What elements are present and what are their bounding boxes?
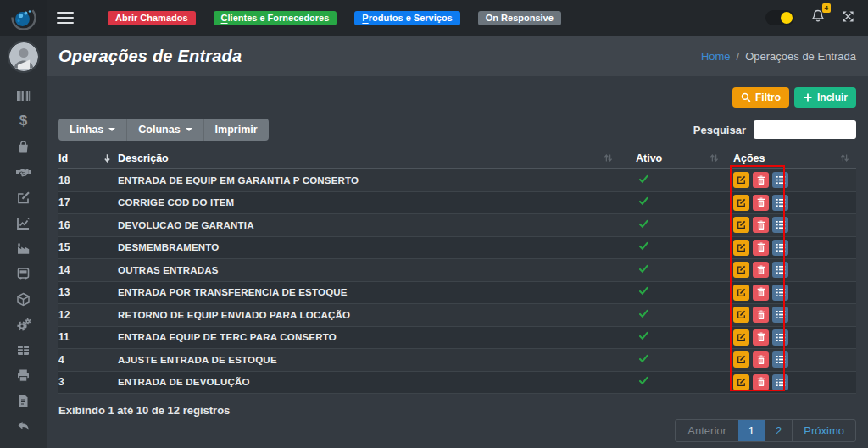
edit-button[interactable] <box>733 240 749 256</box>
chevron-down-icon <box>108 128 115 131</box>
column-header-descricao[interactable]: Descrição <box>118 152 620 164</box>
delete-button[interactable] <box>753 240 769 256</box>
delete-button[interactable] <box>753 262 769 278</box>
list-button[interactable] <box>772 307 788 323</box>
search-input[interactable] <box>754 120 856 139</box>
list-button[interactable] <box>772 262 788 278</box>
pagination-proximo[interactable]: Próximo <box>792 420 855 441</box>
topbar-shortcut-badge[interactable]: Abrir Chamados <box>108 11 196 25</box>
check-icon <box>638 285 649 296</box>
list-button[interactable] <box>772 217 788 233</box>
table-row: 15 DESMEMBRAMENTO <box>58 237 856 260</box>
topbar-shortcut-badge[interactable]: On Responsive <box>478 11 561 25</box>
breadcrumb-current: Operações de Entrada <box>745 50 856 63</box>
edit-button[interactable] <box>733 172 749 188</box>
truck-icon[interactable] <box>0 261 47 286</box>
delete-button[interactable] <box>753 307 769 323</box>
printer-icon[interactable] <box>0 362 47 388</box>
topbar-badges: Abrir ChamadosClientes e FornecedoresPro… <box>108 11 561 25</box>
edit-square-icon[interactable] <box>0 185 47 210</box>
topbar-shortcut-badge[interactable]: Clientes e Fornecedores <box>214 11 337 25</box>
list-button[interactable] <box>772 374 788 390</box>
fullscreen-button[interactable] <box>842 10 854 26</box>
app-logo[interactable] <box>0 0 47 36</box>
user-avatar[interactable] <box>8 41 40 73</box>
table-row: 3 ENTRADA DE DEVOLUÇÃO <box>58 372 856 395</box>
theme-toggle[interactable] <box>765 10 794 25</box>
list-button[interactable] <box>772 172 788 188</box>
handshake-icon[interactable] <box>0 159 47 185</box>
list-button[interactable] <box>772 285 788 301</box>
pagination-anterior[interactable]: Anterior <box>676 420 738 441</box>
cell-acoes <box>726 217 856 233</box>
breadcrumb-home-link[interactable]: Home <box>701 50 731 63</box>
expand-icon <box>842 10 854 23</box>
delete-button[interactable] <box>753 172 769 188</box>
plus-icon <box>803 92 813 102</box>
table-row: 17 CORRIGE COD DO ITEM <box>58 192 856 215</box>
page-actions: Filtro Incluir <box>58 76 856 108</box>
badge-label: Clientes e Fornecedores <box>221 13 330 23</box>
cell-acoes <box>726 307 856 323</box>
delete-button[interactable] <box>753 374 769 390</box>
menu-icon[interactable] <box>57 8 74 27</box>
breadcrumb-separator: / <box>737 50 740 63</box>
edit-button[interactable] <box>733 217 749 233</box>
document-icon[interactable] <box>0 388 47 413</box>
topbar-shortcut-badge[interactable]: Produtos e Serviços <box>354 11 459 25</box>
colunas-button[interactable]: Colunas <box>127 119 203 141</box>
barcode-icon[interactable] <box>0 83 47 108</box>
trash-icon <box>757 332 765 342</box>
edit-button[interactable] <box>733 285 749 301</box>
delete-button[interactable] <box>753 329 769 346</box>
cell-descricao: ENTRADA DE EQUIP EM GARANTIA P CONSERTO <box>118 175 620 185</box>
edit-button[interactable] <box>733 195 749 211</box>
cell-acoes <box>726 351 856 368</box>
filtro-label: Filtro <box>755 91 781 103</box>
imprimir-button[interactable]: Imprimir <box>204 119 269 141</box>
list-icon <box>776 310 786 319</box>
edit-button[interactable] <box>733 307 749 323</box>
cell-acoes <box>726 262 856 278</box>
factory-icon[interactable] <box>0 235 47 261</box>
trash-icon <box>757 175 765 185</box>
list-button[interactable] <box>772 351 788 368</box>
delete-button[interactable] <box>753 285 769 301</box>
pagination-page-1[interactable]: 1 <box>738 420 765 441</box>
search-label: Pesquisar <box>693 124 746 136</box>
dollar-icon[interactable]: $ <box>0 108 47 134</box>
filtro-button[interactable]: Filtro <box>732 87 789 108</box>
box-icon[interactable] <box>0 286 47 312</box>
delete-button[interactable] <box>753 351 769 368</box>
check-icon <box>638 308 649 319</box>
table-icon[interactable] <box>0 337 47 362</box>
delete-button[interactable] <box>753 217 769 233</box>
notifications-button[interactable]: 4 <box>811 9 825 26</box>
avatar-photo <box>9 42 38 71</box>
edit-button[interactable] <box>733 351 749 368</box>
gears-icon[interactable] <box>0 312 47 337</box>
cell-acoes <box>726 329 856 346</box>
pagination-page-2[interactable]: 2 <box>765 420 792 441</box>
breadcrumb: Home / Operações de Entrada <box>701 50 856 63</box>
edit-button[interactable] <box>733 262 749 278</box>
column-header-ativo[interactable]: Ativo <box>620 152 726 164</box>
delete-button[interactable] <box>753 195 769 211</box>
pagination-pages: 12 <box>738 420 792 441</box>
linhas-label: Linhas <box>70 124 103 136</box>
list-button[interactable] <box>772 240 788 256</box>
incluir-button[interactable]: Incluir <box>794 87 856 108</box>
edit-button[interactable] <box>733 374 749 390</box>
column-header-acoes[interactable]: Ações <box>726 152 856 164</box>
undo-icon[interactable] <box>0 413 47 439</box>
column-header-id[interactable]: Id <box>58 152 118 164</box>
list-icon <box>776 355 786 364</box>
table-controls: Linhas Colunas Imprimir Pesquisar <box>58 119 856 141</box>
list-button[interactable] <box>772 195 788 211</box>
linhas-button[interactable]: Linhas <box>58 119 127 141</box>
edit-button[interactable] <box>733 329 749 346</box>
chart-line-icon[interactable] <box>0 210 47 235</box>
list-button[interactable] <box>772 329 788 346</box>
shopping-bag-icon[interactable] <box>0 134 47 159</box>
cell-id: 4 <box>58 354 118 366</box>
